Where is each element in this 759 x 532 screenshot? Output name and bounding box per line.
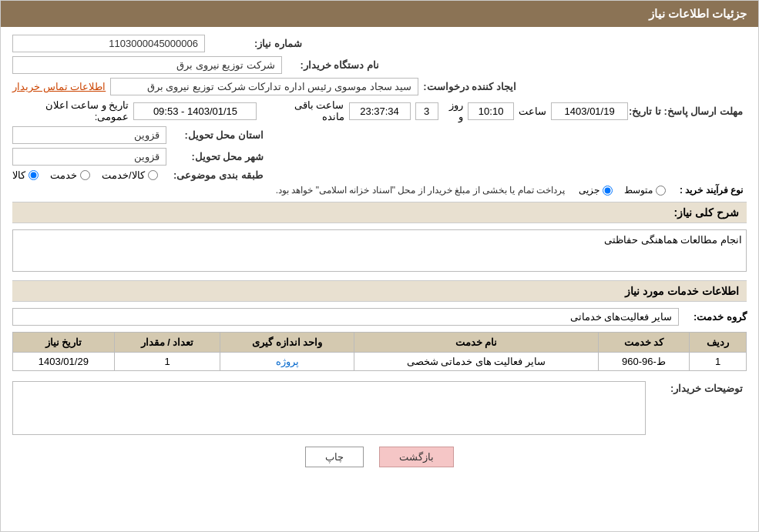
- radio-motavasset-label: متوسط: [624, 185, 653, 196]
- ostan-row: استان محل تحویل: قزوین: [12, 126, 747, 144]
- radio-khedmat-item: خدمت: [50, 169, 90, 181]
- tarikh-elan-value: 1403/01/15 - 09:53: [133, 102, 257, 120]
- cell-vahed: پروژه: [220, 353, 354, 371]
- rooz-label: روز و: [443, 99, 464, 122]
- shomara-value: 1103000045000006: [12, 35, 205, 52]
- shahr-row: شهر محل تحویل: قزوین: [12, 148, 747, 166]
- saat-value: 10:10: [468, 102, 514, 120]
- print-button[interactable]: چاپ: [305, 447, 364, 467]
- services-table: ردیف کد خدمت نام خدمت واحد اندازه گیری ت…: [12, 332, 747, 371]
- radio-motavasset-item: متوسط: [624, 185, 666, 196]
- radio-kala[interactable]: [29, 170, 39, 180]
- nooe-row: نوع فرآیند خرید : متوسط جزیی پرداخت تمام…: [12, 185, 747, 196]
- cell-tarikh: 1403/01/29: [13, 353, 115, 371]
- cell-name: سایر فعالیت های خدماتی شخصی: [354, 353, 599, 371]
- nooe-label: نوع فرآیند خرید :: [680, 185, 743, 196]
- ijad-value: سید سجاد موسوی رئیس اداره تداركات شرکت ت…: [110, 78, 418, 95]
- radio-kala-label: کالا: [12, 169, 25, 181]
- mohlat-row: مهلت ارسال پاسخ: تا تاریخ: 1403/01/19 سا…: [12, 99, 747, 122]
- name-darkhast-label: نام دستگاه خریدار:: [287, 59, 379, 71]
- ijad-row: ایجاد کننده درخواست: سید سجاد موسوی رئیس…: [12, 78, 747, 95]
- th-tarikh: تاریخ نیاز: [13, 333, 115, 353]
- radio-khedmat[interactable]: [80, 170, 90, 180]
- ostan-label: استان محل تحویل:: [171, 129, 264, 141]
- shomara-label: شماره نیاز:: [210, 38, 302, 49]
- th-radif: ردیف: [690, 333, 747, 353]
- th-vahed: واحد اندازه گیری: [220, 333, 354, 353]
- th-tedad: تعداد / مقدار: [114, 333, 220, 353]
- buyer-desc-box: [12, 381, 646, 435]
- nooe-radio-group: متوسط جزیی: [579, 185, 666, 196]
- radio-jozee[interactable]: [603, 186, 613, 196]
- contact-link[interactable]: اطلاعات تماس خریدار: [12, 81, 106, 92]
- name-darkhast-row: نام دستگاه خریدار: شرکت توزیع نیروی برق: [12, 56, 747, 74]
- group-label: گروه خدمت:: [685, 311, 747, 323]
- radio-motavasset[interactable]: [656, 186, 666, 196]
- shomara-row: شماره نیاز: 1103000045000006: [12, 35, 747, 52]
- radio-kala-item: کالا: [12, 169, 39, 181]
- radio-jozee-item: جزیی: [579, 185, 613, 196]
- name-darkhast-value: شرکت توزیع نیروی برق: [12, 56, 282, 74]
- shahr-value: قزوین: [12, 148, 166, 166]
- page-header: جزئیات اطلاعات نیاز: [1, 1, 758, 27]
- services-title: اطلاعات خدمات مورد نیاز: [625, 285, 739, 297]
- shahr-label: شهر محل تحویل:: [171, 151, 264, 162]
- baghimande-label: ساعت باقی مانده: [272, 99, 344, 122]
- radio-kala-khedmat-item: کالا/خدمت: [102, 169, 158, 181]
- tabaqe-radio-group: کالا/خدمت خدمت کالا: [12, 169, 158, 181]
- group-value: سایر فعالیت‌های خدماتی: [12, 308, 679, 326]
- btn-row: بازگشت چاپ: [12, 447, 747, 467]
- tabaqe-row: طبقه بندی موضوعی: کالا/خدمت خدمت کالا: [12, 169, 747, 181]
- content-area: شماره نیاز: 1103000045000006 نام دستگاه …: [1, 27, 758, 487]
- buyer-desc-label: توضیحات خریدار:: [650, 379, 743, 394]
- baghimande-value: 23:37:34: [349, 102, 411, 120]
- rooz-value: 3: [415, 102, 438, 120]
- cell-kod: ط-96-960: [598, 353, 689, 371]
- th-name: نام خدمت: [354, 333, 599, 353]
- radio-kala-khedmat[interactable]: [148, 170, 158, 180]
- th-kod: کد خدمت: [598, 333, 689, 353]
- back-button[interactable]: بازگشت: [379, 447, 454, 467]
- services-section-title: اطلاعات خدمات مورد نیاز: [12, 280, 747, 302]
- cell-tedad: 1: [114, 353, 220, 371]
- cell-radif: 1: [690, 353, 747, 371]
- sharh-container: [12, 229, 747, 274]
- nooe-desc: پرداخت تمام یا بخشی از مبلغ خریدار از مح…: [12, 185, 565, 196]
- date-value: 1403/01/19: [551, 102, 628, 120]
- page-title: جزئیات اطلاعات نیاز: [649, 7, 747, 20]
- sharh-textarea[interactable]: [12, 229, 747, 272]
- group-service-row: گروه خدمت: سایر فعالیت‌های خدماتی: [12, 308, 747, 326]
- tabaqe-label: طبقه بندی موضوعی:: [170, 169, 263, 181]
- radio-kala-khedmat-label: کالا/خدمت: [102, 169, 145, 181]
- mohlat-label: مهلت ارسال پاسخ: تا تاریخ:: [633, 105, 743, 117]
- radio-khedmat-label: خدمت: [50, 169, 77, 181]
- sharh-section-title: شرح کلی نیاز:: [12, 202, 747, 223]
- ostan-value: قزوین: [12, 126, 166, 144]
- sharh-label: شرح کلی نیاز:: [674, 206, 739, 219]
- table-row: 1 ط-96-960 سایر فعالیت های خدماتی شخصی پ…: [13, 353, 747, 371]
- radio-jozee-label: جزیی: [579, 185, 599, 196]
- ijad-label: ایجاد کننده درخواست:: [423, 81, 516, 92]
- buyer-desc-row: توضیحات خریدار:: [12, 379, 747, 435]
- tarikh-elan-label: تاریخ و ساعت اعلان عمومی:: [12, 99, 129, 122]
- page-container: جزئیات اطلاعات نیاز شماره نیاز: 11030000…: [0, 0, 759, 532]
- saat-label: ساعت: [519, 105, 546, 117]
